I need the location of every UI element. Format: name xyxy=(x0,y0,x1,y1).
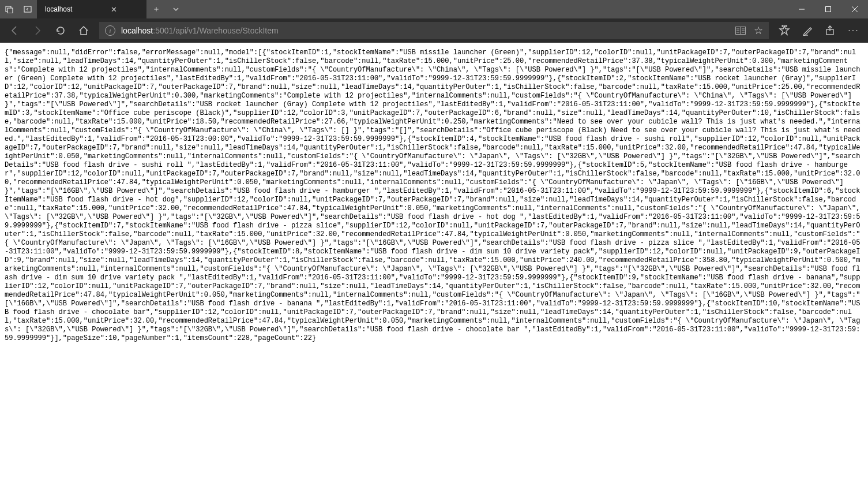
svg-rect-1 xyxy=(7,8,13,13)
response-body[interactable]: {"message":null,"didError":false,"errorM… xyxy=(0,43,868,486)
home-button[interactable] xyxy=(73,20,95,42)
url-host: localhost xyxy=(121,26,153,35)
window-minimize-button[interactable] xyxy=(788,0,815,18)
window-titlebar: localhost ✕ ＋ xyxy=(0,0,868,18)
refresh-button[interactable] xyxy=(50,20,72,42)
url-text: localhost:5001/api/v1/Warehouse/StockIte… xyxy=(121,26,279,35)
window-close-button[interactable] xyxy=(841,0,868,18)
tab-title: localhost xyxy=(45,5,72,13)
browser-toolbar: i localhost:5001/api/v1/Warehouse/StockI… xyxy=(0,18,868,43)
notes-button[interactable] xyxy=(796,20,818,42)
svg-rect-2 xyxy=(24,6,31,12)
set-aside-tabs-icon[interactable] xyxy=(18,0,37,18)
url-path: :5001/api/v1/Warehouse/StockItem xyxy=(153,26,278,35)
recent-activity-icon[interactable] xyxy=(0,0,18,18)
reading-view-icon[interactable] xyxy=(735,27,746,35)
forward-button[interactable] xyxy=(27,20,48,42)
favorite-star-icon[interactable]: ☆ xyxy=(754,24,763,37)
share-button[interactable] xyxy=(820,20,841,42)
tab-close-button[interactable]: ✕ xyxy=(107,2,121,16)
back-button[interactable] xyxy=(3,20,25,42)
site-info-icon[interactable]: i xyxy=(105,25,115,36)
settings-more-button[interactable]: ··· xyxy=(843,20,865,42)
svg-rect-4 xyxy=(826,7,831,12)
titlebar-left: localhost ✕ ＋ xyxy=(0,0,186,18)
browser-tab-active[interactable]: localhost ✕ xyxy=(37,0,146,18)
favorites-button[interactable] xyxy=(773,20,795,42)
new-tab-button[interactable]: ＋ xyxy=(146,0,166,18)
address-bar[interactable]: i localhost:5001/api/v1/Warehouse/StockI… xyxy=(99,22,769,39)
window-maximize-button[interactable] xyxy=(815,0,841,18)
window-controls xyxy=(788,0,868,18)
titlebar-drag-region[interactable] xyxy=(186,0,788,18)
tab-dropdown-button[interactable] xyxy=(166,0,186,18)
